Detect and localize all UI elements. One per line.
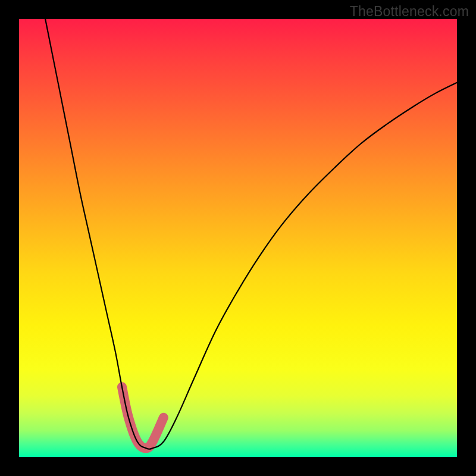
chart-frame: TheBottleneck.com (0, 0, 476, 476)
curve-layer (19, 19, 457, 457)
bottleneck-curve-path (45, 19, 457, 449)
watermark-text: TheBottleneck.com (350, 4, 469, 20)
